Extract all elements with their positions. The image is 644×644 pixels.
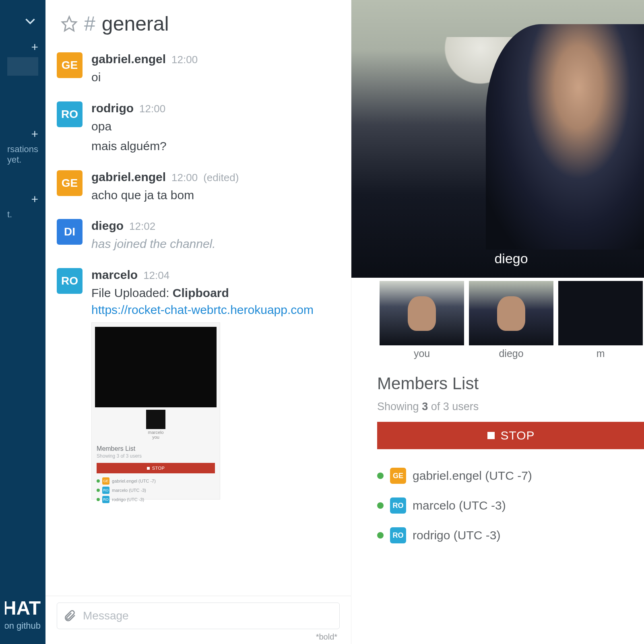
thumb-label: diego: [499, 348, 523, 359]
thumb-label: m: [597, 348, 605, 359]
video-main[interactable]: diego: [351, 0, 644, 278]
edited-label: (edited): [203, 171, 239, 184]
message-username[interactable]: diego: [91, 219, 124, 233]
avatar[interactable]: GE: [57, 52, 83, 78]
message-link[interactable]: https://rocket-chat-webrtc.herokuapp.com: [91, 301, 340, 317]
member-row[interactable]: GE gabriel.engel (UTC -7): [377, 468, 644, 484]
avatar[interactable]: GE: [57, 170, 83, 196]
message-list: GE gabriel.engel 12:00 oi RO rodrigo 12:…: [45, 43, 351, 596]
video-main-label: diego: [351, 251, 644, 266]
no-conversations-text: rsations yet.: [7, 142, 38, 165]
right-panel: diego you diego m Members List Showing 3…: [351, 0, 644, 644]
channel-name: general: [102, 12, 169, 35]
attachment-stop: STOP: [97, 463, 215, 473]
message-username[interactable]: rodrigo: [91, 101, 134, 115]
chat-main: # general GE gabriel.engel 12:00 oi RO: [45, 0, 351, 644]
avatar[interactable]: RO: [57, 101, 83, 127]
star-icon[interactable]: [61, 15, 78, 32]
svg-marker-0: [62, 17, 76, 31]
message-time: 12:00: [171, 54, 198, 66]
add-channel-icon[interactable]: +: [31, 41, 39, 53]
video-person: [486, 24, 644, 250]
message-row: RO marcelo 12:04 File Uploaded: Clipboar…: [57, 262, 340, 509]
stop-label: STOP: [500, 429, 535, 442]
member-name: rodrigo (UTC -3): [413, 528, 500, 542]
member-name: gabriel.engel (UTC -7): [413, 469, 532, 483]
video-thumb[interactable]: [469, 281, 553, 345]
members-panel: Members List Showing 3 of 3 users STOP G…: [351, 359, 644, 543]
stop-icon: [487, 432, 495, 439]
message-row: RO rodrigo 12:00 opa mais alguém?: [57, 95, 340, 164]
channel-header: # general: [45, 0, 351, 43]
composer: *bold*: [45, 596, 351, 644]
brand-title: T.CHAT: [5, 597, 41, 619]
sidebar: + + rsations yet. + t. T.CHAT fork it on…: [0, 0, 45, 644]
member-row[interactable]: RO rodrigo (UTC -3): [377, 527, 644, 543]
message-username[interactable]: gabriel.engel: [91, 170, 166, 184]
message-text: mais alguém?: [91, 135, 340, 155]
format-hint: *bold*: [57, 629, 340, 642]
attachment-member-row: ROrodrigo (UTC -3): [97, 496, 215, 503]
add-private-icon[interactable]: +: [31, 193, 39, 205]
avatar[interactable]: RO: [57, 268, 83, 294]
attachment-video-preview: [95, 327, 217, 407]
status-dot: [377, 502, 384, 509]
message-username[interactable]: marcelo: [91, 268, 138, 282]
sidebar-hint-2: t.: [7, 208, 38, 220]
attachment-members-title: Members List: [97, 445, 215, 452]
attachment-thumb: [146, 410, 165, 429]
message-text: acho que ja ta bom: [91, 184, 340, 204]
video-thumb[interactable]: [380, 281, 464, 345]
message-text: opa: [91, 115, 340, 135]
message-username[interactable]: gabriel.engel: [91, 52, 166, 66]
member-avatar: RO: [390, 497, 406, 514]
attachment-members-sub: Showing 3 of 3 users: [97, 453, 215, 459]
thumb-label: you: [414, 348, 430, 359]
message-input[interactable]: [83, 609, 334, 622]
status-dot: [377, 473, 384, 479]
sidebar-selected-channel[interactable]: [7, 57, 38, 76]
message-time: 12:04: [143, 269, 169, 282]
message-time: 12:00: [139, 103, 165, 115]
message-row: GE gabriel.engel 12:00 (edited) acho que…: [57, 164, 340, 213]
chevron-down-icon[interactable]: [22, 13, 38, 29]
attachment-preview[interactable]: marceloyou Members List Showing 3 of 3 u…: [91, 322, 220, 500]
message-text: File Uploaded: Clipboard: [91, 282, 340, 302]
message-row: DI diego 12:02 has joined the channel.: [57, 213, 340, 262]
hash-icon: #: [84, 12, 95, 35]
upload-prefix: File Uploaded:: [91, 286, 173, 299]
member-avatar: GE: [390, 468, 406, 484]
message-time: 12:02: [129, 220, 155, 233]
member-avatar: RO: [390, 527, 406, 543]
system-message: has joined the channel.: [91, 233, 340, 253]
upload-name: Clipboard: [173, 286, 229, 299]
attachment-member-row: ROmarcelo (UTC -3): [97, 487, 215, 494]
brand-subtitle[interactable]: fork it on github: [5, 621, 41, 631]
video-thumb[interactable]: [558, 281, 643, 345]
attachment-member-row: GEgabriel.engel (UTC -7): [97, 477, 215, 485]
members-title: Members List: [377, 374, 644, 393]
member-row[interactable]: RO marcelo (UTC -3): [377, 497, 644, 514]
members-subtitle: Showing 3 of 3 users: [377, 400, 644, 413]
status-dot: [377, 532, 384, 539]
message-row: GE gabriel.engel 12:00 oi: [57, 46, 340, 95]
attachment-thumb-label: marceloyou: [95, 430, 217, 440]
add-dm-icon[interactable]: +: [31, 128, 39, 140]
stop-button[interactable]: STOP: [377, 422, 644, 449]
attach-icon[interactable]: [63, 609, 76, 623]
message-time: 12:00: [171, 171, 198, 184]
avatar[interactable]: DI: [57, 219, 83, 245]
video-thumbs: you diego m: [351, 278, 644, 359]
message-text: oi: [91, 66, 340, 86]
member-name: marcelo (UTC -3): [413, 499, 506, 512]
